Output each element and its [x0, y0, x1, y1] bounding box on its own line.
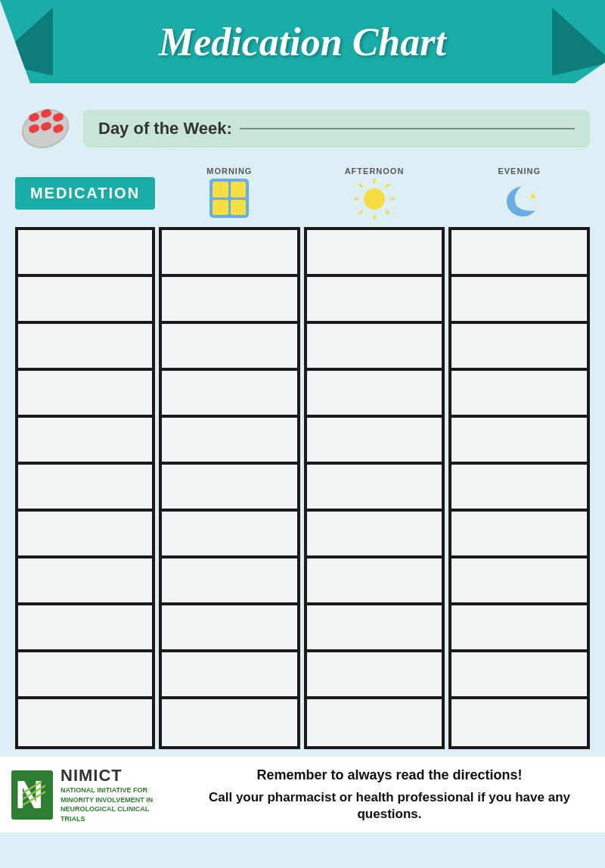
afternoon-header: AFTERNOON — [304, 166, 445, 219]
grid-cell — [162, 699, 297, 746]
grid-cell — [162, 418, 297, 465]
grid-cell — [162, 558, 297, 605]
grid-cell — [162, 512, 297, 558]
grid-cell — [18, 277, 152, 324]
evening-header: EVENING — [448, 166, 590, 219]
footer-message-line2: Call your pharmacist or health professio… — [185, 789, 594, 823]
grid-cell — [451, 371, 587, 418]
footer: N NIMICT NATIONAL INITIATIVE FOR MINORIT… — [0, 757, 605, 832]
morning-grid-cell — [231, 182, 247, 198]
morning-grid-cell — [213, 200, 228, 216]
day-input-line — [240, 128, 575, 129]
grid-cell — [451, 512, 587, 558]
grid-cell — [162, 230, 297, 277]
grid-cell — [307, 277, 442, 324]
grid-cell — [307, 230, 442, 277]
grid-cell — [18, 465, 152, 512]
grid-cell — [451, 465, 587, 512]
grid-cell — [18, 324, 152, 371]
brand-name: NIMICT — [60, 766, 174, 786]
grid-cell — [18, 512, 152, 558]
grid-cell — [451, 605, 587, 652]
footer-brand: NIMICT NATIONAL INITIATIVE FOR MINORITY … — [60, 766, 174, 823]
moon-icon — [499, 179, 540, 219]
grid-cell — [18, 699, 152, 746]
footer-logo: N NIMICT NATIONAL INITIATIVE FOR MINORIT… — [11, 766, 174, 823]
grid-cell — [307, 558, 442, 605]
grid-cell — [307, 465, 442, 512]
svg-point-8 — [364, 188, 385, 210]
afternoon-label: AFTERNOON — [345, 166, 405, 176]
day-of-week-banner: Day of the Week: — [83, 110, 590, 148]
morning-header: MORNING — [159, 166, 300, 219]
time-column-headers: MORNING AFTERNOON — [159, 166, 590, 219]
grid-cell — [307, 371, 442, 418]
grid-cell — [162, 652, 297, 699]
time-column-3 — [448, 227, 590, 749]
grid-cell — [307, 605, 442, 652]
footer-message: Remember to always read the directions! … — [185, 767, 594, 823]
grid-cell — [451, 230, 587, 277]
medication-grid — [15, 227, 590, 749]
svg-line-15 — [386, 185, 389, 187]
morning-icon — [209, 179, 249, 218]
grid-cell — [18, 558, 152, 605]
page-title: Medication Chart — [159, 20, 446, 64]
grid-cell — [18, 371, 152, 418]
grid-cell — [307, 418, 442, 465]
medication-column-header: MEDICATION — [15, 177, 155, 210]
grid-cell — [18, 230, 152, 277]
nimict-logo-icon: N — [11, 770, 53, 820]
grid-cell — [307, 324, 442, 371]
grid-cell — [451, 699, 587, 746]
morning-grid-cell — [231, 200, 247, 216]
svg-line-13 — [360, 185, 362, 187]
grid-cell — [307, 652, 442, 699]
grid-cell — [162, 277, 297, 324]
evening-label: EVENING — [498, 166, 541, 176]
grid-cell — [162, 465, 297, 512]
grid-cell — [18, 605, 152, 652]
time-column-2 — [304, 227, 445, 749]
grid-cell — [451, 652, 587, 699]
footer-message-line1: Remember to always read the directions! — [185, 767, 594, 783]
column-headers: MEDICATION MORNING AFTERNOON — [15, 166, 590, 223]
grid-cell — [307, 512, 442, 558]
grid-cell — [451, 418, 587, 465]
brand-tagline: NATIONAL INITIATIVE FOR MINORITY INVOLVE… — [60, 786, 174, 823]
morning-label: MORNING — [206, 166, 252, 176]
time-column-1 — [159, 227, 300, 749]
svg-line-16 — [360, 211, 362, 213]
svg-line-14 — [386, 211, 389, 213]
morning-grid-cell — [213, 182, 228, 198]
day-section: Day of the Week: — [15, 98, 590, 159]
day-label: Day of the Week: — [98, 119, 232, 138]
grid-cell — [162, 605, 297, 652]
medication-column — [15, 227, 155, 749]
grid-cell — [162, 324, 297, 371]
grid-cell — [307, 699, 442, 746]
grid-cell — [18, 418, 152, 465]
pill-icon — [15, 98, 76, 159]
grid-cell — [451, 324, 587, 371]
sun-icon — [354, 179, 395, 219]
grid-cell — [451, 558, 587, 605]
svg-marker-17 — [529, 192, 537, 199]
header-banner: Medication Chart — [0, 0, 605, 83]
grid-cell — [451, 277, 587, 324]
grid-cell — [162, 371, 297, 418]
grid-cell — [18, 652, 152, 699]
